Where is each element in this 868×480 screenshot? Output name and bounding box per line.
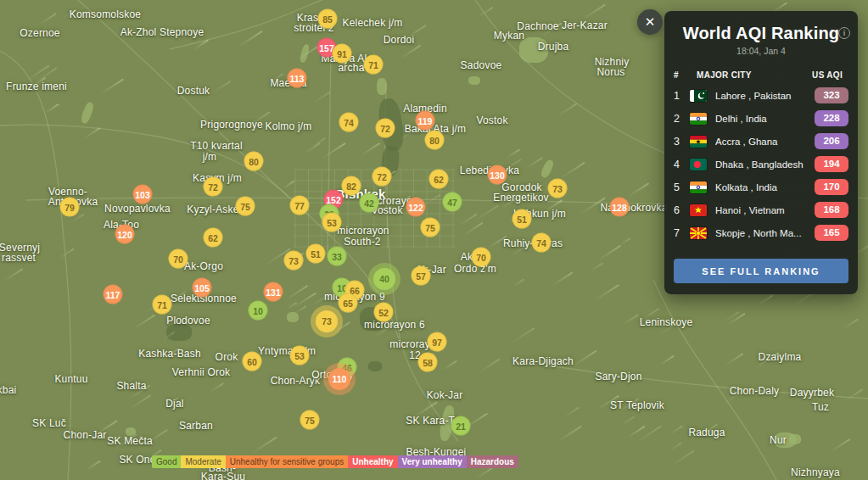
aqi-marker-85[interactable]: 85	[318, 9, 338, 29]
panel-timestamp: 18:04, Jan 4	[674, 46, 848, 56]
aqi-marker-70[interactable]: 70	[472, 248, 491, 267]
aqi-marker-119[interactable]: 119	[416, 111, 435, 131]
ranking-row[interactable]: 1Lahore , Pakistan323	[674, 84, 848, 107]
info-icon[interactable]: i	[838, 27, 850, 39]
aqi-marker-120[interactable]: 120	[115, 225, 135, 244]
aqi-marker-131[interactable]: 131	[264, 282, 283, 302]
aqi-marker-53[interactable]: 53	[322, 213, 342, 232]
aqi-marker-73[interactable]: 73	[316, 310, 338, 332]
aqi-marker-80[interactable]: 80	[244, 152, 264, 171]
legend-moderate: Moderate	[181, 455, 225, 468]
aqi-marker-97[interactable]: 97	[428, 332, 447, 352]
ranking-row[interactable]: 7Skopje , North Ma...165	[674, 221, 848, 244]
aqi-badge: 323	[815, 87, 848, 103]
panel-title: World AQI Ranking	[674, 24, 848, 43]
aqi-marker-72[interactable]: 72	[204, 177, 223, 197]
aqi-marker-122[interactable]: 122	[406, 198, 426, 217]
aqi-marker-42[interactable]: 42	[360, 193, 379, 213]
aqi-marker-105[interactable]: 105	[193, 278, 212, 298]
place-label: Jer-Kazar	[562, 20, 608, 31]
place-label: Verhnii Orok	[172, 366, 230, 378]
aqi-marker-77[interactable]: 77	[290, 196, 310, 215]
place-label: Kok-Jar	[427, 389, 463, 401]
aqi-marker-73[interactable]: 73	[284, 251, 304, 271]
place-label: SK Mečta	[107, 435, 153, 447]
place-label: Sary-Djon	[595, 371, 641, 382]
aqi-marker-75[interactable]: 75	[421, 218, 440, 237]
aqi-marker-71[interactable]: 71	[364, 55, 384, 75]
pakistan-flag	[690, 90, 707, 102]
ranking-row[interactable]: 4Dhaka , Bangladesh194	[674, 153, 848, 176]
aqi-marker-91[interactable]: 91	[333, 44, 352, 64]
aqi-marker-53[interactable]: 53	[290, 346, 310, 366]
aqi-marker-21[interactable]: 21	[451, 416, 471, 436]
see-full-ranking-button[interactable]: SEE FULL RANKING	[674, 259, 848, 283]
city-name: Lahore , Pakistan	[715, 91, 812, 101]
legend-unhealthy-for-sensitive-groups: Unhealthy for sensitive groups	[226, 455, 349, 468]
aqi-marker-62[interactable]: 62	[429, 170, 449, 189]
aqi-marker-57[interactable]: 57	[412, 266, 431, 286]
place-label: Orok	[216, 351, 238, 363]
place-label: Kashka-Bash	[138, 348, 201, 360]
aqi-marker-75[interactable]: 75	[236, 197, 255, 216]
aqi-marker-72[interactable]: 72	[372, 167, 392, 187]
place-label: South-2	[344, 236, 380, 248]
map-terrain-patch	[368, 361, 382, 371]
aqi-marker-52[interactable]: 52	[374, 303, 394, 322]
ranking-row[interactable]: 3Accra , Ghana206	[674, 130, 848, 153]
aqi-marker-117[interactable]: 117	[104, 285, 123, 304]
aqi-marker-72[interactable]: 72	[376, 119, 395, 138]
aqi-marker-65[interactable]: 65	[339, 293, 358, 313]
aqi-badge: 170	[815, 179, 848, 195]
aqi-marker-71[interactable]: 71	[153, 295, 172, 315]
place-label: SK Ono	[119, 454, 155, 466]
aqi-marker-79[interactable]: 79	[60, 198, 80, 217]
map-terrain-patch	[287, 312, 299, 322]
legend-unhealthy: Unhealthy	[348, 455, 397, 468]
aqi-marker-40[interactable]: 40	[373, 268, 395, 290]
place-label: Dayyrbek	[790, 387, 834, 399]
place-label: archa	[338, 62, 364, 74]
aqi-marker-128[interactable]: 128	[610, 198, 630, 217]
aqi-marker-62[interactable]: 62	[204, 228, 223, 248]
aqi-marker-113[interactable]: 113	[288, 69, 307, 88]
ranking-row[interactable]: 6Hanoi , Vietnam168	[674, 198, 848, 221]
place-label: Novopavlovka	[104, 203, 171, 215]
aqi-column-header: US AQI	[752, 70, 848, 80]
ranking-row[interactable]: 2Delhi , India228	[674, 107, 848, 130]
aqi-marker-74[interactable]: 74	[532, 233, 552, 253]
aqi-marker-103[interactable]: 103	[133, 185, 153, 204]
india-flag	[690, 113, 707, 125]
place-label: Prigorognoye	[200, 119, 263, 131]
ranking-row[interactable]: 5Kolkata , India170	[674, 176, 848, 198]
aqi-marker-51[interactable]: 51	[512, 209, 532, 229]
close-panel-button[interactable]: ✕	[637, 9, 663, 35]
place-label: Dordoi	[384, 34, 415, 46]
aqi-marker-80[interactable]: 80	[425, 131, 445, 150]
aqi-marker-33[interactable]: 33	[328, 247, 347, 266]
aqi-marker-75[interactable]: 75	[300, 410, 320, 430]
air-quality-map[interactable]: BishkekKomsomolskoeOzernoeAk-Zhol Stepno…	[0, 0, 868, 480]
place-label: T10 kvartal	[190, 140, 243, 152]
aqi-marker-60[interactable]: 60	[243, 352, 262, 371]
place-label: rassvet	[2, 252, 36, 264]
road	[0, 51, 71, 480]
aqi-marker-73[interactable]: 73	[548, 179, 568, 198]
aqi-marker-47[interactable]: 47	[443, 193, 462, 212]
aqi-badge: 168	[815, 202, 848, 218]
aqi-marker-51[interactable]: 51	[306, 244, 326, 264]
city-name: Kolkata , India	[715, 182, 812, 193]
aqi-marker-82[interactable]: 82	[342, 176, 361, 196]
aqi-marker-110[interactable]: 110	[328, 368, 350, 390]
aqi-marker-10[interactable]: 10	[249, 301, 268, 321]
aqi-marker-70[interactable]: 70	[169, 249, 188, 269]
rank-column-header: #	[674, 70, 687, 80]
place-label: Ak-Zhol Stepnoye	[120, 26, 204, 38]
aqi-marker-58[interactable]: 58	[418, 353, 438, 372]
ranking-table-header: # MAJOR CITY US AQI	[674, 70, 848, 80]
aqi-marker-130[interactable]: 130	[488, 165, 507, 185]
ghana-flag	[690, 136, 707, 148]
rank-number: 4	[674, 159, 687, 170]
place-label: kbai	[0, 384, 16, 396]
aqi-marker-74[interactable]: 74	[339, 113, 359, 132]
